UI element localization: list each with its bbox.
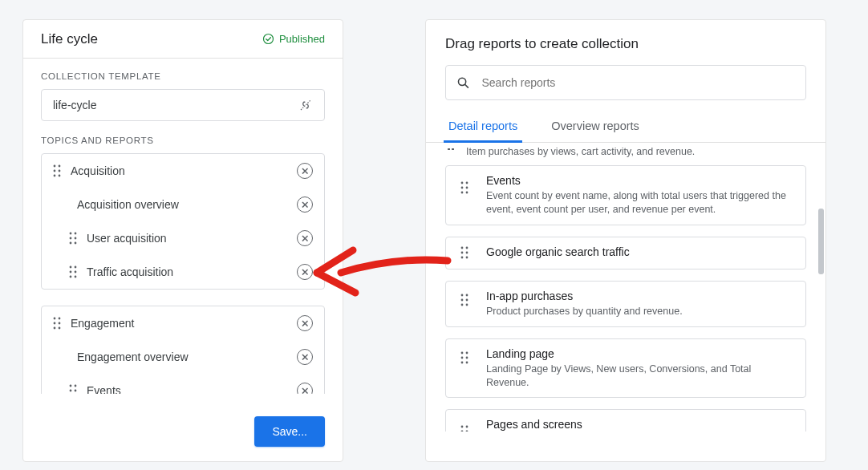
drag-handle-icon[interactable] — [50, 164, 64, 178]
topics-section-label: TOPICS AND REPORTS — [41, 136, 325, 145]
report-label: User acquisition — [87, 232, 297, 245]
svg-line-9 — [301, 100, 310, 110]
remove-topic-button[interactable] — [297, 315, 313, 331]
template-section-label: COLLECTION TEMPLATE — [41, 71, 325, 81]
template-value: life-cycle — [53, 99, 96, 111]
report-row[interactable]: Traffic acquisition — [42, 255, 324, 289]
search-input[interactable] — [481, 76, 796, 89]
remove-report-button[interactable] — [297, 230, 313, 246]
topic-name: Engagement — [71, 317, 297, 330]
report-card-title: In-app purchases — [486, 290, 794, 302]
report-card-desc: Product purchases by quantity and revenu… — [486, 305, 794, 318]
report-card-title: Events — [486, 174, 794, 187]
remove-report-button[interactable] — [297, 197, 313, 213]
report-card-title: Google organic search traffic — [486, 245, 794, 258]
remove-report-button[interactable] — [297, 264, 313, 280]
report-tabs: Detail reports Overview reports — [426, 111, 825, 143]
checkmark-circle-icon — [262, 33, 274, 45]
save-button[interactable]: Save... — [254, 416, 325, 447]
remove-topic-button[interactable] — [297, 163, 313, 179]
topic-name: Acquisition — [71, 164, 297, 177]
drag-handle-icon[interactable] — [457, 293, 472, 307]
report-card-desc: Event count by event name, along with to… — [486, 189, 794, 217]
topic-header-row[interactable]: Acquisition — [42, 154, 324, 188]
collection-title: Life cycle — [41, 31, 98, 47]
report-card-partial[interactable]: Item purchases by views, cart activity, … — [437, 143, 806, 160]
report-row[interactable]: Events — [42, 374, 324, 394]
unlink-icon — [298, 98, 313, 112]
svg-line-11 — [465, 84, 468, 87]
report-card[interactable]: Google organic search traffic — [445, 237, 806, 269]
panel-header: Life cycle Published — [23, 20, 343, 59]
drag-handle-icon[interactable] — [50, 316, 64, 330]
svg-point-8 — [263, 34, 273, 44]
report-label: Traffic acquisition — [87, 265, 297, 278]
search-icon — [456, 75, 470, 91]
topic-group[interactable]: Acquisition Acquisition overview User ac… — [41, 153, 325, 290]
search-reports-field[interactable] — [445, 65, 806, 100]
report-card-title: Pages and screens — [486, 418, 794, 431]
tab-overview-reports[interactable]: Overview reports — [548, 111, 643, 142]
report-label: Events — [87, 384, 297, 394]
collection-editor-panel: Life cycle Published COLLECTION TEMPLATE… — [22, 19, 343, 462]
reports-library-panel: Drag reports to create collection Detail… — [425, 19, 826, 462]
report-card[interactable]: Landing page Landing Page by Views, New … — [445, 338, 806, 399]
library-heading: Drag reports to create collection — [426, 36, 825, 65]
report-card-desc: Landing Page by Views, New users, Conver… — [486, 363, 794, 390]
topics-scroll-area[interactable]: Acquisition Acquisition overview User ac… — [41, 153, 325, 394]
topic-header-row[interactable]: Engagement — [42, 306, 324, 340]
report-row[interactable]: User acquisition — [42, 221, 324, 255]
published-badge: Published — [262, 33, 325, 45]
drag-handle-icon[interactable] — [457, 424, 472, 432]
drag-handle-icon[interactable] — [66, 231, 80, 245]
template-select[interactable]: life-cycle — [41, 89, 325, 121]
remove-report-button[interactable] — [297, 349, 313, 365]
report-card[interactable]: In-app purchases Product purchases by qu… — [445, 281, 806, 327]
topic-group[interactable]: Engagement Engagement overview Events — [41, 306, 325, 394]
report-card-list[interactable]: Item purchases by views, cart activity, … — [426, 143, 825, 432]
drag-handle-icon[interactable] — [457, 245, 472, 260]
drag-handle-icon[interactable] — [66, 383, 80, 394]
remove-report-button[interactable] — [297, 383, 313, 394]
report-card-title: Landing page — [486, 347, 794, 360]
report-label: Engagement overview — [77, 350, 297, 363]
report-card[interactable]: Events Event count by event name, along … — [445, 165, 806, 225]
report-card[interactable]: Pages and screens Web pages and app scre… — [445, 409, 806, 432]
drag-handle-icon[interactable] — [457, 180, 472, 195]
published-label: Published — [279, 33, 325, 45]
drag-handle-icon[interactable] — [457, 350, 472, 365]
scrollbar-thumb[interactable] — [818, 209, 824, 274]
panel-body: COLLECTION TEMPLATE life-cycle TOPICS AN… — [23, 59, 343, 394]
report-label: Acquisition overview — [77, 198, 297, 211]
report-row[interactable]: Acquisition overview — [42, 188, 324, 221]
tab-detail-reports[interactable]: Detail reports — [445, 111, 521, 142]
report-row[interactable]: Engagement overview — [42, 340, 324, 374]
drag-handle-icon[interactable] — [66, 265, 80, 279]
